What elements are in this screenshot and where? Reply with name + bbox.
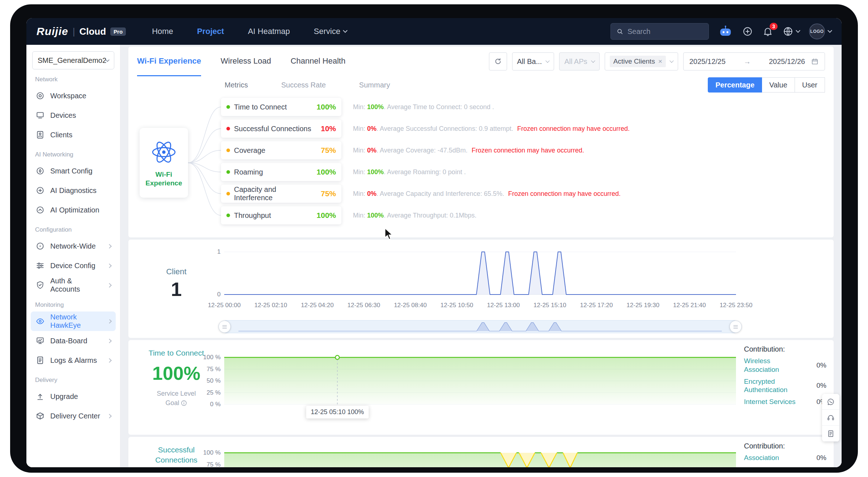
nav-item[interactable]: Home xyxy=(152,27,173,36)
chevron-down-icon xyxy=(546,59,550,63)
sidebar-item-label: Delivery Center xyxy=(50,412,100,420)
metric-card[interactable]: Roaming 100% xyxy=(221,163,341,181)
refresh-button[interactable] xyxy=(489,52,507,70)
nav-item[interactable]: AI Heatmap xyxy=(248,27,290,36)
sidebar-item[interactable]: Devices xyxy=(31,106,116,125)
smart-config-icon xyxy=(35,166,45,176)
ttc-contribution: Contribution: Wireless Association 0% En… xyxy=(744,345,826,406)
brand-product: Cloud xyxy=(79,26,106,37)
nav-item[interactable]: Project xyxy=(197,27,224,36)
metric-min-value: 100% xyxy=(367,212,384,219)
metric-card[interactable]: Throughput 100% xyxy=(221,206,341,224)
sidebar-item[interactable]: Logs & Alarms xyxy=(31,351,116,370)
metric-card[interactable]: Successful Connections 10% xyxy=(221,120,341,138)
content-tab[interactable]: Channel Health xyxy=(290,47,345,76)
view-mode-button[interactable]: Percentage xyxy=(708,77,762,93)
metric-warning: Frozen connection may have occurred. xyxy=(508,190,621,197)
device-config-icon xyxy=(35,261,45,270)
metric-value: 75% xyxy=(321,146,336,155)
content-tab[interactable]: Wireless Load xyxy=(221,47,271,76)
floating-tool-button[interactable] xyxy=(822,394,839,410)
search-input[interactable] xyxy=(627,27,703,36)
logs-alarms-icon xyxy=(35,356,45,365)
view-mode-button[interactable]: Value xyxy=(762,77,795,93)
sidebar-item[interactable]: AI Optimization xyxy=(31,200,116,220)
chevron-right-icon xyxy=(107,414,112,418)
client-chart[interactable] xyxy=(224,248,736,299)
sidebar-item[interactable]: Clients xyxy=(31,125,116,145)
subtab[interactable]: Summary xyxy=(359,81,390,89)
date-end: 2025/12/26 xyxy=(769,57,805,66)
metric-description: Min: 100%. Average Time to Connect: 0 se… xyxy=(353,103,496,111)
subtab[interactable]: Metrics xyxy=(225,81,248,89)
add-icon[interactable] xyxy=(742,26,753,37)
sidebar-item[interactable]: Upgrade xyxy=(31,387,116,406)
chevron-right-icon xyxy=(107,339,112,343)
contribution-label[interactable]: Association xyxy=(744,454,779,462)
account-menu[interactable]: LOGO xyxy=(809,23,831,39)
sidebar-section-label: Delivery xyxy=(35,377,111,384)
wifi-experience-node[interactable]: Wi-Fi Experience xyxy=(140,128,188,198)
whatsapp-icon xyxy=(826,398,835,406)
contribution-label[interactable]: Wireless Association xyxy=(744,357,804,374)
status-dot xyxy=(226,214,230,217)
brush-handle-left[interactable] xyxy=(218,321,231,333)
sidebar-item[interactable]: Data-Board xyxy=(31,331,116,351)
contribution-label[interactable]: Encrypted xyxy=(744,465,775,467)
contribution-label[interactable]: Internet Services xyxy=(744,398,796,406)
subtab[interactable]: Success Rate xyxy=(281,81,326,89)
date-range-picker[interactable]: 2025/12/25 → 2025/12/26 xyxy=(683,52,825,70)
ai-assistant-icon[interactable] xyxy=(718,25,733,38)
app-window: Ruijie | Cloud Pro Home Project xyxy=(26,18,842,467)
sidebar-item[interactable]: Smart Config xyxy=(31,161,116,181)
sidebar-item[interactable]: Device Config xyxy=(31,256,116,275)
metric-card[interactable]: Coverage 75% xyxy=(221,141,341,159)
contribution-value: 0% xyxy=(817,454,826,462)
ai-optimization-icon xyxy=(35,205,45,215)
status-dot xyxy=(226,105,230,109)
x-axis-label: 12-25 17:20 xyxy=(580,302,613,309)
metric-card[interactable]: Time to Connect 100% xyxy=(221,98,341,116)
floating-tool-button[interactable] xyxy=(822,426,839,442)
content-tab[interactable]: Wi-Fi Experience xyxy=(137,47,201,76)
network-wide-icon xyxy=(35,241,45,251)
ttc-chart[interactable] xyxy=(224,354,736,408)
auth-accounts-icon xyxy=(35,280,45,290)
notifications-bell-icon[interactable]: 3 xyxy=(762,26,773,37)
subtabs: Metrics Success Rate Summary xyxy=(225,81,390,89)
clear-tag-icon[interactable]: × xyxy=(658,57,662,65)
time-range-brush[interactable] xyxy=(224,320,736,333)
band-select[interactable]: All Ba... xyxy=(512,52,554,70)
support-headset-icon xyxy=(826,413,835,422)
content-tabs: Wi-Fi Experience Wireless Load Channel H… xyxy=(137,47,345,76)
metric-label: Successful Connections xyxy=(234,125,311,133)
sidebar-item[interactable]: AI Diagnostics xyxy=(31,181,116,200)
sidebar-item[interactable]: Delivery Center xyxy=(31,406,116,426)
contribution-label[interactable]: Encrypted Authentication xyxy=(744,377,804,395)
y-axis-label: 100 % xyxy=(203,354,221,361)
metric-label: Capacity and Interference xyxy=(234,185,317,202)
sidebar-item[interactable]: Auth & Accounts xyxy=(31,275,116,295)
x-axis-label: 12-25 08:40 xyxy=(394,302,427,309)
ap-select[interactable]: All APs xyxy=(559,52,599,70)
x-axis-label: 12-25 04:20 xyxy=(301,302,334,309)
nav-item[interactable]: Service xyxy=(314,27,347,36)
client-type-select[interactable]: Active Clients × xyxy=(605,52,678,70)
search-box[interactable] xyxy=(610,23,709,40)
sc-chart[interactable] xyxy=(224,449,736,467)
sidebar-item[interactable]: Network HawkEye xyxy=(31,311,116,331)
org-select[interactable]: SME_GeneralDemo2 xyxy=(32,51,114,69)
sc-contribution: Contribution: Association 0% Encrypted 0… xyxy=(744,442,826,467)
brush-handle-right[interactable] xyxy=(729,321,742,333)
sidebar-item[interactable]: Network-Wide xyxy=(31,236,116,256)
sidebar-section: Network Workspace Devices xyxy=(31,76,116,145)
contribution-row: Association 0% xyxy=(744,454,826,462)
view-mode-button[interactable]: User xyxy=(795,77,825,93)
client-chart-panel: Client 1 1 0 12-25 00:0012-25 02:1012-25… xyxy=(128,240,834,338)
language-globe-icon[interactable] xyxy=(783,26,800,37)
sidebar-item[interactable]: Workspace xyxy=(31,86,116,106)
workspace-icon xyxy=(35,91,45,100)
floating-tool-button[interactable] xyxy=(822,410,839,426)
metric-card[interactable]: Capacity and Interference 75% xyxy=(221,185,341,203)
search-icon xyxy=(616,27,624,35)
